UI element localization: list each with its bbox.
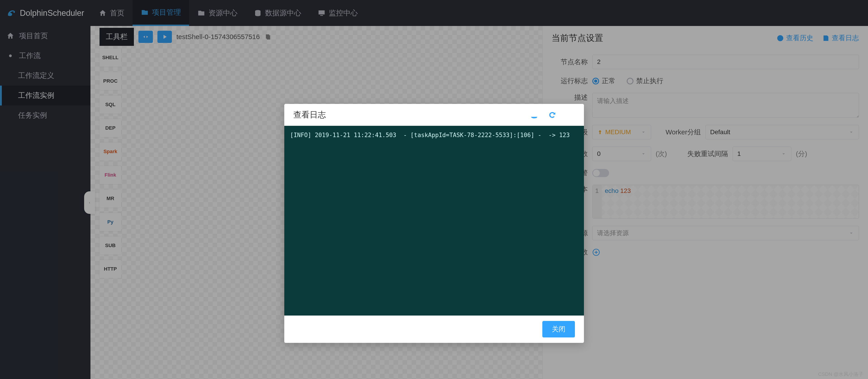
log-output[interactable]: [INFO] 2019-11-21 11:22:41.503 - [taskAp…	[284, 126, 584, 315]
modal-title: 查看日志	[293, 109, 326, 120]
watermark: CSDN @水风小洛子	[818, 371, 864, 378]
modal-overlay[interactable]: 查看日志 [INFO] 2019-11-21 11:22:41.503 - [t…	[0, 0, 868, 379]
close-button[interactable]: 关闭	[542, 321, 575, 338]
fullscreen-icon[interactable]	[566, 110, 575, 119]
log-modal: 查看日志 [INFO] 2019-11-21 11:22:41.503 - [t…	[284, 104, 584, 343]
download-icon[interactable]	[530, 110, 539, 119]
refresh-icon[interactable]	[548, 110, 557, 119]
